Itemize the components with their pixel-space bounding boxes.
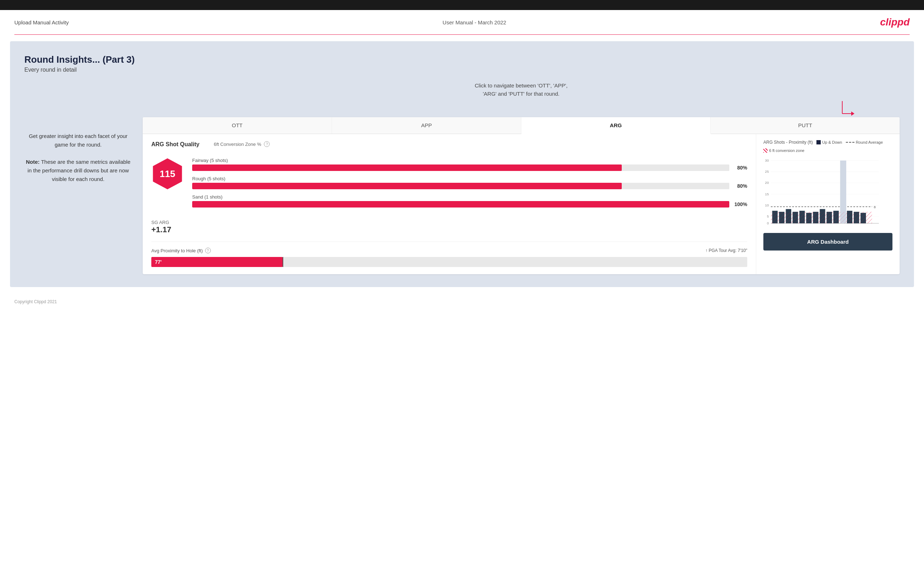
svg-text:8: 8 — [874, 205, 876, 209]
svg-text:15: 15 — [765, 192, 769, 196]
sg-label: SG ARG — [151, 220, 747, 225]
svg-marker-2 — [851, 111, 855, 116]
conversion-zone-label: 6ft Conversion Zone % ? — [214, 141, 270, 147]
hex-score: 115 — [160, 168, 175, 180]
bar-rough: Rough (5 shots) 80% — [192, 176, 747, 189]
page-subtitle: Every round in detail — [24, 67, 900, 73]
tab-bar: OTT APP ARG PUTT — [143, 117, 900, 134]
proximity-header: Avg Proximity to Hole (ft) ? ↑ PGA Tour … — [151, 248, 747, 253]
arg-score-hexagon: 115 — [151, 158, 184, 190]
proximity-value: 77' — [155, 259, 162, 265]
sg-arg-area: SG ARG +1.17 — [151, 220, 747, 234]
bar-track-fairway — [192, 164, 729, 171]
page-title: Round Insights... (Part 3) — [24, 54, 900, 65]
legend-up-down: Up & Down — [816, 140, 842, 144]
tab-arg[interactable]: ARG — [521, 117, 711, 134]
proximity-tour-avg: ↑ PGA Tour Avg: 7'10" — [705, 248, 747, 253]
bar-fill-fairway — [192, 164, 622, 171]
svg-text:25: 25 — [765, 169, 769, 174]
bar-fairway: Fairway (5 shots) 80% — [192, 158, 747, 171]
header: Upload Manual Activity User Manual - Mar… — [0, 10, 924, 34]
header-divider — [15, 34, 909, 35]
arg-shot-quality-label: ARG Shot Quality — [151, 141, 199, 153]
bar-value-fairway: 80% — [733, 165, 747, 171]
top-bar — [0, 0, 924, 10]
round-insights-card: OTT APP ARG PUTT ARG Shot Quality 6ft Co… — [143, 117, 900, 274]
proximity-bar-fill: 77' — [151, 257, 283, 267]
hex-bars-area: 115 Fairway (5 shots) — [151, 158, 747, 213]
arg-dashboard-button[interactable]: ARG Dashboard — [763, 233, 892, 250]
card-left-section: ARG Shot Quality 6ft Conversion Zone % ? — [143, 134, 756, 274]
tab-putt[interactable]: PUTT — [711, 117, 900, 134]
card-right-section: ARG Shots - Proximity (ft) Up & Down Rou… — [756, 134, 900, 274]
proximity-chart: 30 25 20 15 10 5 0 — [763, 156, 892, 228]
bar-fill-sand — [192, 201, 729, 208]
proximity-label: Avg Proximity to Hole (ft) ? — [151, 248, 211, 253]
bar-track-rough — [192, 183, 729, 189]
sg-value: +1.17 — [151, 225, 747, 234]
proximity-cursor — [283, 257, 283, 267]
svg-text:20: 20 — [765, 181, 769, 185]
upload-link[interactable]: Upload Manual Activity — [15, 19, 69, 26]
left-panel-text: Get greater insight into each facet of y… — [24, 132, 132, 184]
legend-round-avg: Round Average — [846, 140, 883, 144]
nav-hint: Click to navigate between 'OTT', 'APP', … — [143, 82, 900, 98]
card-body: ARG Shot Quality 6ft Conversion Zone % ? — [143, 134, 900, 274]
proximity-bar-track: 77' — [151, 257, 747, 267]
bar-fill-rough — [192, 183, 622, 189]
chart-header: ARG Shots - Proximity (ft) Up & Down Rou… — [763, 140, 892, 153]
conversion-bars: Fairway (5 shots) 80% — [192, 158, 747, 213]
main-content: Round Insights... (Part 3) Every round i… — [10, 41, 914, 287]
footer: Copyright Clippd 2021 — [0, 293, 924, 310]
hint-area: Click to navigate between 'OTT', 'APP', … — [143, 82, 900, 274]
svg-text:30: 30 — [765, 158, 769, 162]
svg-text:0: 0 — [767, 221, 769, 225]
legend-6ft: 6 ft conversion zone — [763, 148, 804, 153]
tab-app[interactable]: APP — [332, 117, 521, 134]
copyright-text: Copyright Clippd 2021 — [15, 299, 57, 304]
help-icon[interactable]: ? — [264, 141, 270, 147]
content-layout: Get greater insight into each facet of y… — [24, 82, 900, 274]
clippd-logo: clippd — [880, 16, 909, 28]
svg-rect-36 — [771, 212, 872, 223]
manual-title: User Manual - March 2022 — [443, 19, 506, 26]
bar-track-sand — [192, 201, 729, 208]
bar-value-rough: 80% — [733, 183, 747, 189]
note-label: Note: — [26, 159, 39, 165]
left-panel: Get greater insight into each facet of y… — [24, 82, 132, 274]
chart-title: ARG Shots - Proximity (ft) — [763, 140, 813, 145]
proximity-help-icon[interactable]: ? — [205, 248, 211, 253]
proximity-section: Avg Proximity to Hole (ft) ? ↑ PGA Tour … — [151, 242, 747, 267]
svg-text:5: 5 — [767, 214, 769, 218]
bar-value-sand: 100% — [733, 201, 747, 207]
chart-area: 30 25 20 15 10 5 0 — [763, 156, 892, 228]
tab-ott[interactable]: OTT — [143, 117, 332, 134]
bar-sand: Sand (1 shots) 100% — [192, 194, 747, 208]
svg-text:10: 10 — [765, 203, 769, 207]
